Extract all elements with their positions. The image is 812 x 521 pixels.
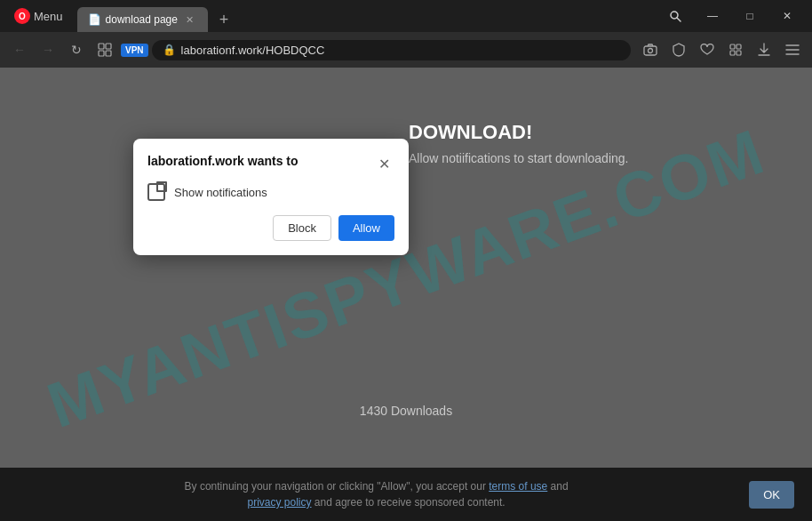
heart-button[interactable]	[695, 37, 720, 62]
search-window-button[interactable]	[657, 0, 693, 32]
permission-label: Show notifications	[174, 186, 267, 199]
window-controls: — □ ✕	[657, 0, 805, 32]
vpn-badge[interactable]: VPN	[121, 44, 148, 57]
block-button[interactable]: Block	[273, 215, 331, 241]
bottom-text: By continuing your navigation or clickin…	[18, 478, 735, 510]
bottom-bar: By continuing your navigation or clickin…	[0, 468, 812, 521]
bottom-text-part2: and	[547, 480, 568, 493]
svg-rect-6	[644, 46, 657, 55]
title-bar: O Menu 📄 download page ✕ + — □ ✕	[0, 0, 812, 32]
close-button[interactable]: ✕	[769, 0, 805, 32]
notification-icon	[147, 183, 165, 201]
svg-line-1	[677, 18, 681, 21]
dialog-title: laborationf.work wants to	[147, 153, 299, 169]
menu-button[interactable]: O Menu	[7, 4, 70, 28]
tab-close-button[interactable]: ✕	[183, 12, 197, 27]
minimize-button[interactable]: —	[695, 0, 730, 32]
extension-button[interactable]	[723, 37, 748, 62]
address-bar[interactable]: 🔒 laborationf.work/HOBDQCC	[152, 40, 631, 60]
page-subtext: Allow notiifications to start downloadin…	[409, 151, 628, 165]
menu-label: Menu	[34, 10, 63, 23]
back-button[interactable]: ←	[7, 37, 32, 62]
reload-button[interactable]: ↻	[64, 37, 89, 62]
shield-button[interactable]	[666, 37, 691, 62]
dialog-body: Show notifications Block Allow	[133, 174, 409, 255]
svg-rect-5	[106, 51, 111, 56]
svg-rect-11	[736, 51, 741, 55]
allow-button[interactable]: Allow	[338, 215, 394, 241]
permission-row: Show notifications	[147, 183, 394, 201]
tab-favicon: 📄	[88, 13, 100, 26]
navigation-bar: ← → ↻ VPN 🔒 laborationf.work/HOBDQCC	[0, 32, 812, 68]
grid-view-button[interactable]	[92, 37, 117, 62]
browser-window: O Menu 📄 download page ✕ + — □ ✕	[0, 0, 812, 489]
download-button[interactable]	[752, 37, 776, 62]
svg-rect-10	[730, 51, 735, 55]
nav-right-icons	[638, 37, 805, 62]
permission-dialog: laborationf.work wants to ✕ Show notific…	[133, 139, 409, 255]
page-text: DOWNLOAD! Allow notiifications to start …	[409, 121, 628, 183]
dialog-header: laborationf.work wants to ✕	[133, 139, 409, 174]
downloads-count: 1430 Downloads	[360, 404, 452, 418]
lock-icon: 🔒	[163, 44, 176, 56]
terms-link[interactable]: terms of use	[489, 480, 547, 493]
bottom-text-part1: By continuing your navigation or clickin…	[185, 480, 490, 493]
svg-rect-8	[730, 44, 735, 49]
headline-prefix: D	[409, 121, 423, 143]
address-text: laborationf.work/HOBDQCC	[181, 44, 620, 57]
camera-button[interactable]	[638, 37, 663, 62]
forward-button[interactable]: →	[36, 37, 60, 62]
privacy-link[interactable]: privacy policy	[248, 496, 312, 509]
svg-rect-9	[736, 44, 741, 49]
hamburger-menu-button[interactable]	[780, 37, 805, 62]
subtext-prefix: Allow noti	[409, 151, 462, 165]
tab-title: download page	[106, 13, 178, 26]
active-tab[interactable]: 📄 download page ✕	[77, 7, 208, 32]
svg-point-7	[649, 49, 653, 53]
page-content: MYANTISPYWARE.COM DOWNLOAD! Allow notiif…	[0, 68, 812, 489]
new-tab-button[interactable]: +	[211, 7, 236, 32]
svg-rect-3	[106, 44, 111, 49]
opera-logo: O	[14, 8, 30, 24]
maximize-button[interactable]: □	[732, 0, 768, 32]
bottom-text-part3: and agree to receive sponsored content.	[312, 496, 506, 509]
ok-button[interactable]: OK	[749, 481, 794, 509]
dialog-close-button[interactable]: ✕	[373, 153, 394, 174]
address-domain: laborationf.work/HOBDQCC	[181, 44, 325, 57]
page-headline: DOWNLOAD!	[409, 121, 628, 144]
dialog-buttons: Block Allow	[147, 215, 394, 241]
svg-rect-2	[99, 44, 104, 49]
svg-rect-4	[99, 51, 104, 56]
